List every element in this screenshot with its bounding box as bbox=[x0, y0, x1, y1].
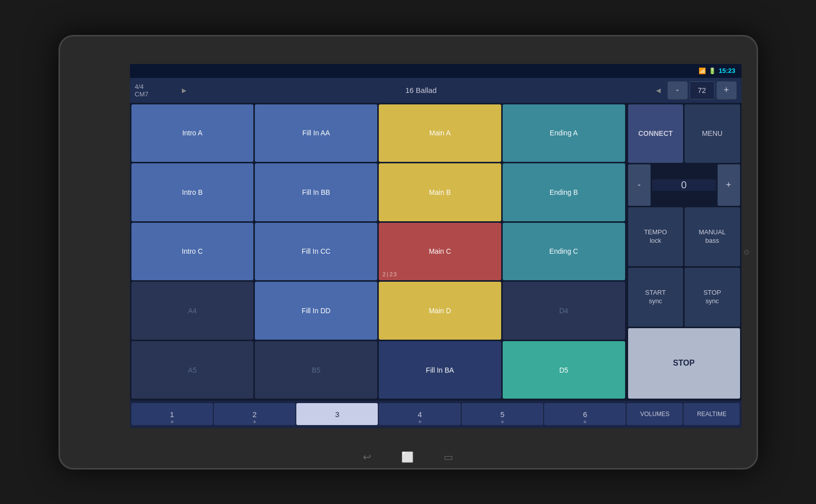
tempo-minus-button[interactable]: - bbox=[668, 81, 688, 99]
tempo-area: - 72 + bbox=[668, 81, 737, 99]
bottom-bar: 1 2 3 4 5 6 VOLUMES REALTIME bbox=[130, 401, 742, 428]
connect-button[interactable]: CONNECT bbox=[628, 104, 684, 163]
start-sync-button[interactable]: START sync bbox=[628, 268, 684, 327]
fill-in-ba-cell[interactable]: Fill In BA bbox=[379, 341, 501, 399]
fill-in-aa-cell[interactable]: Fill In AA bbox=[255, 104, 377, 162]
home-icon[interactable]: ⬜ bbox=[401, 451, 414, 463]
song-title-area: 16 Ballad bbox=[193, 86, 649, 94]
clock: 15:23 bbox=[719, 67, 735, 74]
top-bar: 4/4 CM7 ▶ 16 Ballad ◀ - 72 + bbox=[130, 78, 742, 103]
volumes-button[interactable]: VOLUMES bbox=[627, 403, 683, 425]
realtime-button[interactable]: REALTIME bbox=[684, 403, 740, 425]
main-b-cell[interactable]: Main B bbox=[379, 163, 501, 221]
right-arrow-icon: ◀ bbox=[656, 87, 661, 94]
intro-b-cell[interactable]: Intro B bbox=[131, 163, 254, 221]
pattern-grid: Intro A Fill In AA Main A Ending A Intro… bbox=[130, 103, 627, 401]
tempo-plus-button[interactable]: + bbox=[717, 81, 737, 99]
main-a-cell[interactable]: Main A bbox=[379, 104, 501, 162]
stop-sync-button[interactable]: STOP sync bbox=[685, 268, 740, 327]
right-panel: CONNECT MENU - 0 + TEMPO lock MANUAL bas… bbox=[627, 103, 742, 401]
number-button-4[interactable]: 4 bbox=[379, 403, 460, 425]
top-left-info: 4/4 CM7 bbox=[135, 83, 175, 98]
b5-cell[interactable]: B5 bbox=[255, 341, 377, 399]
number-button-6[interactable]: 6 bbox=[544, 403, 626, 425]
battery-icon: 🔋 bbox=[709, 67, 716, 74]
ending-b-cell[interactable]: Ending B bbox=[503, 163, 625, 221]
tablet: 📶 🔋 15:23 4/4 CM7 ▶ 16 Ballad ◀ - 72 + bbox=[58, 35, 758, 470]
number-button-2[interactable]: 2 bbox=[214, 403, 295, 425]
counter-minus-button[interactable]: - bbox=[628, 164, 651, 206]
number-button-1[interactable]: 1 bbox=[131, 403, 213, 425]
main-content: Intro A Fill In AA Main A Ending A Intro… bbox=[130, 103, 742, 401]
tablet-screen: 📶 🔋 15:23 4/4 CM7 ▶ 16 Ballad ◀ - 72 + bbox=[130, 64, 742, 428]
stop-button[interactable]: STOP bbox=[628, 328, 740, 399]
tempo-lock-button[interactable]: TEMPO lock bbox=[628, 207, 684, 266]
wifi-icon: 📶 bbox=[699, 67, 706, 74]
ending-c-cell[interactable]: Ending C bbox=[503, 223, 625, 281]
counter-plus-button[interactable]: + bbox=[718, 164, 740, 206]
a5-cell[interactable]: A5 bbox=[131, 341, 254, 399]
connect-menu-row: CONNECT MENU bbox=[628, 104, 740, 163]
tempo-manual-row: TEMPO lock MANUAL bass bbox=[628, 207, 740, 266]
nav-bar: ↩ ⬜ ▭ bbox=[363, 451, 453, 463]
main-c-sub: 2 | 2:3 bbox=[383, 272, 397, 277]
intro-c-cell[interactable]: Intro C bbox=[131, 223, 254, 281]
intro-a-cell[interactable]: Intro A bbox=[131, 104, 254, 162]
fill-in-dd-cell[interactable]: Fill In DD bbox=[255, 282, 377, 340]
back-icon[interactable]: ↩ bbox=[363, 451, 371, 463]
menu-button[interactable]: MENU bbox=[685, 104, 740, 163]
d4-cell[interactable]: D4 bbox=[503, 282, 625, 340]
fill-in-bb-cell[interactable]: Fill In BB bbox=[255, 163, 377, 221]
counter-value: 0 bbox=[652, 179, 716, 191]
recents-icon[interactable]: ▭ bbox=[444, 451, 453, 463]
tempo-value: 72 bbox=[690, 81, 715, 99]
time-signature: 4/4 bbox=[135, 83, 175, 90]
number-button-3[interactable]: 3 bbox=[296, 403, 378, 425]
status-icons: 📶 🔋 15:23 bbox=[699, 67, 735, 74]
bottom-right-buttons: VOLUMES REALTIME bbox=[627, 403, 740, 425]
main-d-cell[interactable]: Main D bbox=[379, 282, 501, 340]
chord-name: CM7 bbox=[135, 90, 175, 98]
status-bar: 📶 🔋 15:23 bbox=[130, 64, 742, 78]
camera bbox=[744, 250, 749, 255]
manual-bass-button[interactable]: MANUAL bass bbox=[685, 207, 740, 266]
sync-row: START sync STOP sync bbox=[628, 268, 740, 327]
song-title: 16 Ballad bbox=[405, 86, 437, 94]
counter-row: - 0 + bbox=[628, 164, 740, 206]
ending-a-cell[interactable]: Ending A bbox=[503, 104, 625, 162]
number-button-5[interactable]: 5 bbox=[462, 403, 543, 425]
d5-cell[interactable]: D5 bbox=[503, 341, 625, 399]
a4-cell[interactable]: A4 bbox=[131, 282, 254, 340]
main-c-cell[interactable]: Main C 2 | 2:3 bbox=[379, 223, 501, 281]
fill-in-cc-cell[interactable]: Fill In CC bbox=[255, 223, 377, 281]
left-arrow-icon: ▶ bbox=[182, 87, 186, 94]
